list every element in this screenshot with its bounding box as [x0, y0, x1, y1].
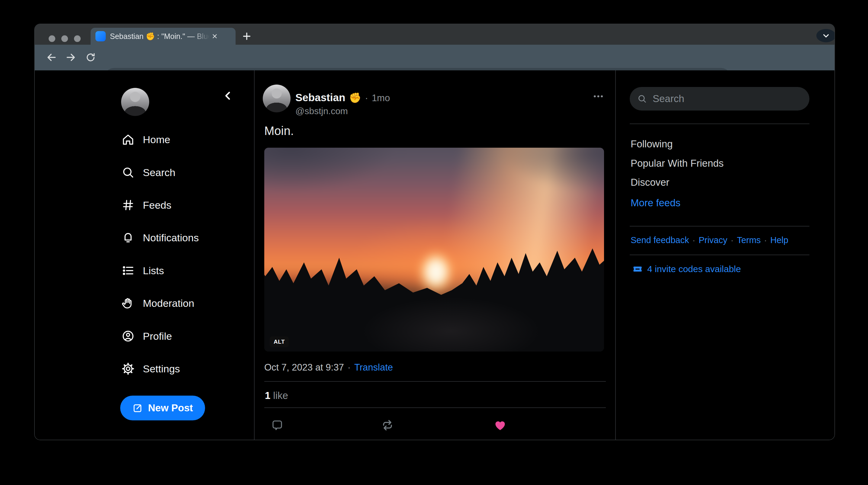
post-options-button[interactable] [590, 89, 606, 103]
right-column-divider [615, 70, 616, 440]
tab-strip: Sebastian ✊ : "Moin." — Blues [35, 24, 835, 45]
reload-button[interactable] [82, 49, 99, 66]
forward-button[interactable] [63, 49, 80, 66]
ticket-icon [632, 264, 643, 274]
bluesky-favicon-icon [95, 31, 106, 41]
post-author-avatar[interactable] [263, 85, 290, 112]
post-author-name[interactable]: Sebastian [296, 91, 345, 103]
chevron-down-icon [822, 31, 831, 40]
link-separator: · [692, 235, 695, 245]
date-separator: · [348, 362, 351, 373]
sidebar-item-label: Lists [143, 265, 164, 277]
post-date: Oct 7, 2023 at 9:37 [264, 362, 344, 373]
nav-profile-avatar[interactable] [121, 88, 149, 116]
sidebar-item-profile[interactable]: Profile [121, 327, 172, 345]
divider [630, 226, 809, 226]
feed-link-following[interactable]: Following [630, 138, 673, 150]
bell-icon [121, 231, 135, 245]
minimize-window-button[interactable] [61, 35, 68, 42]
sidebar-item-lists[interactable]: Lists [121, 262, 164, 280]
search-bar[interactable] [630, 87, 809, 111]
sidebar-item-search[interactable]: Search [121, 163, 176, 182]
alt-badge[interactable]: ALT [270, 336, 289, 347]
sidebar-item-label: Settings [143, 363, 180, 375]
left-column-divider [254, 70, 255, 440]
post-image[interactable]: ALT [264, 148, 604, 352]
more-feeds-link[interactable]: More feeds [630, 197, 680, 209]
sidebar-item-label: Search [143, 167, 176, 179]
zoom-window-button[interactable] [74, 35, 81, 42]
divider [630, 254, 809, 255]
post-text: Moin. [264, 124, 294, 138]
chevron-left-icon [222, 90, 234, 102]
back-arrow-icon [45, 52, 57, 63]
sidebar-item-notifications[interactable]: Notifications [121, 229, 199, 247]
feed-link-popular[interactable]: Popular With Friends [630, 158, 724, 169]
comment-bubble-icon [271, 419, 284, 431]
divider [264, 381, 606, 382]
new-post-label: New Post [148, 402, 193, 414]
hash-icon [121, 198, 135, 212]
reload-icon [85, 52, 96, 63]
feed-link-discover[interactable]: Discover [630, 177, 669, 188]
privacy-link[interactable]: Privacy [699, 235, 727, 245]
like-count-label: like [273, 390, 288, 401]
post-header: Sebastian ✊ · 1mo [296, 91, 390, 103]
divider [264, 407, 606, 408]
bluesky-app: Home Search Feeds Notifications Lists Mo… [35, 70, 835, 440]
reply-button[interactable] [270, 418, 284, 432]
like-count: 1 [265, 390, 270, 401]
user-circle-icon [121, 329, 135, 343]
send-feedback-link[interactable]: Send feedback [630, 235, 689, 245]
translate-link[interactable]: Translate [354, 362, 393, 373]
desktop: Sebastian ✊ : "Moin." — Blues [0, 0, 868, 485]
sidebar-item-home[interactable]: Home [121, 130, 170, 149]
back-navigation-button[interactable] [220, 87, 237, 104]
link-separator: · [731, 235, 734, 245]
tab-close-icon[interactable] [210, 31, 220, 41]
repost-arrows-icon [381, 419, 394, 432]
like-button[interactable] [493, 418, 507, 432]
hand-icon [121, 296, 135, 310]
link-separator: · [764, 235, 767, 245]
time-separator: · [365, 93, 368, 103]
post-timestamp: 1mo [372, 93, 390, 103]
post-author-handle[interactable]: @sbstjn.com [296, 106, 348, 116]
invite-codes-label: 4 invite codes available [647, 264, 741, 274]
browser-toolbar: bsky.app/profile/sbstjn.com/post/3kb6fwc… [35, 45, 835, 70]
search-icon [121, 165, 135, 179]
tab-title: Sebastian ✊ : "Moin." — Blues [110, 32, 210, 41]
sidebar-item-settings[interactable]: Settings [121, 360, 180, 378]
sidebar-item-label: Moderation [143, 298, 194, 309]
close-window-button[interactable] [49, 35, 55, 42]
search-input[interactable] [652, 93, 802, 105]
sidebar-item-label: Profile [143, 330, 172, 342]
search-icon [637, 94, 647, 104]
divider [630, 123, 809, 124]
home-icon [121, 132, 135, 147]
sidebar-item-label: Feeds [143, 199, 172, 211]
sidebar-item-moderation[interactable]: Moderation [121, 294, 194, 312]
new-tab-button[interactable] [238, 28, 255, 44]
list-icon [121, 264, 135, 277]
heart-filled-icon [494, 419, 507, 432]
sidebar-item-feeds[interactable]: Feeds [121, 196, 172, 214]
help-link[interactable]: Help [770, 235, 788, 245]
browser-tab[interactable]: Sebastian ✊ : "Moin." — Blues [91, 28, 236, 45]
terms-link[interactable]: Terms [737, 235, 761, 245]
back-button[interactable] [43, 49, 60, 66]
fist-emoji-icon: ✊ [349, 92, 361, 103]
compose-icon [132, 402, 143, 414]
tab-search-chevron-button[interactable] [816, 29, 835, 42]
forward-arrow-icon [65, 52, 77, 63]
browser-window: Sebastian ✊ : "Moin." — Blues [35, 24, 835, 440]
sidebar-item-label: Home [143, 134, 170, 146]
like-count-row[interactable]: 1 like [265, 390, 288, 401]
post-date-row: Oct 7, 2023 at 9:37 · Translate [264, 362, 393, 373]
repost-button[interactable] [380, 418, 395, 432]
footer-links: Send feedback · Privacy · Terms · Help [630, 235, 788, 245]
gear-icon [121, 362, 135, 376]
sidebar-item-label: Notifications [143, 232, 199, 244]
invite-codes-row[interactable]: 4 invite codes available [632, 264, 741, 274]
new-post-button[interactable]: New Post [120, 396, 205, 420]
